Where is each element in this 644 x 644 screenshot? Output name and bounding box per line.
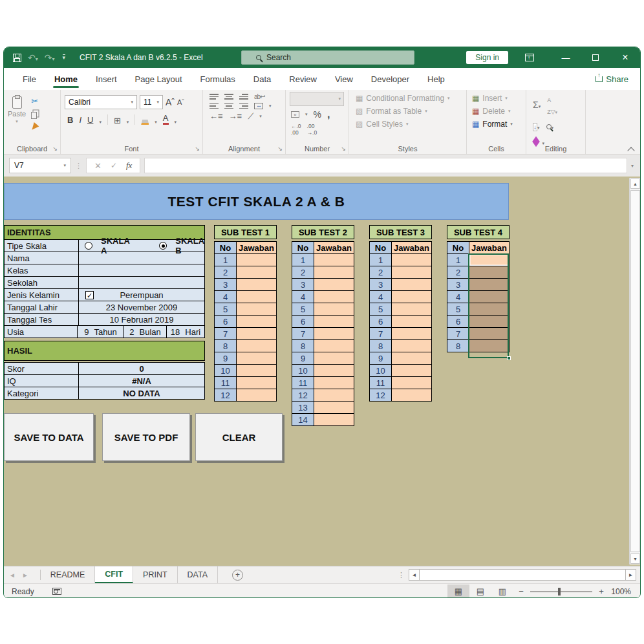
- italic-button[interactable]: I: [79, 115, 81, 125]
- answer-cell[interactable]: [469, 316, 510, 328]
- minimize-button[interactable]: —: [551, 47, 581, 68]
- comma-style-icon[interactable]: ,: [327, 112, 330, 117]
- identitas-value[interactable]: 23 November 2009: [79, 301, 204, 313]
- sheet-tab-print[interactable]: PRINT: [133, 566, 178, 583]
- answer-cell[interactable]: [237, 365, 277, 377]
- fill-color-icon[interactable]: [141, 120, 149, 125]
- answer-cell[interactable]: [392, 365, 432, 377]
- zoom-slider[interactable]: [530, 591, 592, 592]
- identitas-value[interactable]: [79, 277, 204, 288]
- answer-cell[interactable]: [392, 352, 432, 365]
- answer-cell[interactable]: [392, 254, 432, 266]
- scroll-up-icon[interactable]: ▲: [630, 178, 640, 189]
- ribbon-tab-data[interactable]: Data: [244, 68, 280, 90]
- ribbon-tab-home[interactable]: Home: [45, 68, 87, 90]
- sheet-nav-arrows[interactable]: ◄►: [4, 572, 40, 579]
- answer-cell[interactable]: [237, 316, 277, 328]
- font-dialog-launcher-icon[interactable]: ↘: [195, 145, 200, 152]
- answer-cell[interactable]: [314, 279, 354, 291]
- underline-button[interactable]: U: [87, 115, 93, 125]
- zoom-out-icon[interactable]: −: [513, 586, 529, 596]
- insert-function-icon[interactable]: fx: [126, 160, 132, 171]
- answer-cell[interactable]: [392, 279, 432, 291]
- customize-toolbar-icon[interactable]: ▾: [63, 54, 66, 61]
- bold-button[interactable]: B: [67, 115, 73, 125]
- conditional-formatting-button[interactable]: ▦ Conditional Formatting▾: [356, 94, 462, 103]
- save-icon[interactable]: [13, 54, 21, 62]
- format-painter-icon[interactable]: [30, 122, 39, 132]
- answer-cell[interactable]: [469, 328, 510, 340]
- find-select-button[interactable]: ▾: [546, 120, 554, 132]
- save-to-pdf-button[interactable]: SAVE TO PDF: [102, 413, 190, 461]
- clear-button[interactable]: CLEAR: [195, 413, 283, 461]
- fill-handle[interactable]: [507, 356, 511, 360]
- gender-checkbox[interactable]: ✓: [85, 291, 94, 299]
- answer-cell[interactable]: [237, 291, 277, 303]
- alignment-dialog-launcher-icon[interactable]: ↘: [277, 145, 283, 152]
- identitas-value[interactable]: ✓Perempuan: [79, 289, 204, 301]
- ribbon-tab-insert[interactable]: Insert: [87, 68, 126, 90]
- answer-cell[interactable]: [392, 377, 432, 389]
- number-dialog-launcher-icon[interactable]: ↘: [341, 145, 346, 152]
- answer-cell[interactable]: [314, 402, 354, 414]
- normal-view-icon[interactable]: ▦: [447, 585, 469, 599]
- middle-align-icon[interactable]: [224, 94, 233, 100]
- identitas-value[interactable]: SKALA ASKALA B: [79, 240, 204, 252]
- decrease-indent-icon[interactable]: ←≡: [209, 112, 223, 120]
- identitas-value[interactable]: [79, 252, 204, 264]
- format-cells-button[interactable]: ▦ Format▾: [472, 120, 522, 129]
- ribbon-display-options-icon[interactable]: [525, 54, 534, 61]
- answer-cell[interactable]: [469, 340, 510, 352]
- cell-styles-button[interactable]: ▨ Cell Styles▾: [356, 120, 462, 129]
- answer-cell[interactable]: [469, 303, 510, 316]
- answer-cell[interactable]: [469, 279, 510, 291]
- clipboard-dialog-launcher-icon[interactable]: ↘: [52, 145, 58, 152]
- answer-cell[interactable]: [314, 328, 354, 340]
- sort-filter-button[interactable]: AZ▽▾: [547, 93, 557, 116]
- radio-skala-a[interactable]: [85, 242, 92, 250]
- scroll-left-icon[interactable]: ◄: [409, 569, 420, 581]
- tab-splitter[interactable]: ⋮: [398, 571, 405, 579]
- orientation-icon[interactable]: ⟋: [248, 112, 253, 120]
- answer-cell[interactable]: [314, 316, 354, 328]
- scroll-down-icon[interactable]: ▼: [630, 553, 640, 564]
- ribbon-tab-page-layout[interactable]: Page Layout: [126, 68, 191, 90]
- enter-icon[interactable]: ✓: [111, 161, 117, 170]
- ribbon-tab-review[interactable]: Review: [280, 68, 326, 90]
- insert-cells-button[interactable]: ▦ Insert▾: [472, 94, 522, 103]
- answer-cell[interactable]: [314, 254, 354, 266]
- answer-cell[interactable]: [314, 377, 354, 389]
- decrease-font-icon[interactable]: Aˇ: [177, 98, 184, 106]
- increase-font-icon[interactable]: Aˆ: [166, 97, 175, 107]
- identitas-value[interactable]: 9Tahun2Bulan18Hari: [78, 326, 204, 338]
- percent-style-icon[interactable]: %: [314, 109, 321, 120]
- answer-cell[interactable]: [237, 389, 277, 402]
- ribbon-tab-formulas[interactable]: Formulas: [191, 68, 244, 90]
- spreadsheet-grid[interactable]: TEST CFIT SKALA 2 A & B IDENTITASTipe Sk…: [4, 177, 640, 566]
- page-break-view-icon[interactable]: ▥: [491, 585, 513, 599]
- align-left-icon[interactable]: [209, 103, 219, 109]
- align-right-icon[interactable]: [239, 103, 248, 109]
- formula-input[interactable]: [144, 158, 627, 173]
- merge-center-icon[interactable]: [254, 103, 263, 109]
- fill-button[interactable]: ↓▾: [533, 120, 540, 132]
- answer-cell[interactable]: [314, 340, 354, 352]
- font-size-select[interactable]: 11▾: [140, 95, 163, 109]
- bottom-align-icon[interactable]: [239, 94, 248, 100]
- sign-in-button[interactable]: Sign in: [466, 51, 508, 64]
- answer-cell[interactable]: [314, 352, 354, 365]
- answer-cell[interactable]: [237, 254, 277, 266]
- increase-indent-icon[interactable]: →≡: [229, 112, 242, 120]
- page-layout-view-icon[interactable]: ▤: [469, 585, 491, 599]
- undo-button[interactable]: ↶▾: [28, 53, 38, 63]
- macro-record-icon[interactable]: [52, 588, 61, 595]
- new-sheet-icon[interactable]: +: [232, 570, 243, 581]
- borders-icon[interactable]: ⊞: [114, 116, 121, 125]
- answer-cell[interactable]: [392, 303, 432, 316]
- answer-cell[interactable]: [237, 279, 277, 291]
- autosum-button[interactable]: Σ▾: [533, 99, 541, 111]
- answer-cell[interactable]: [237, 266, 277, 279]
- maximize-button[interactable]: [581, 47, 610, 68]
- top-align-icon[interactable]: [209, 94, 219, 100]
- answer-cell[interactable]: [314, 389, 354, 402]
